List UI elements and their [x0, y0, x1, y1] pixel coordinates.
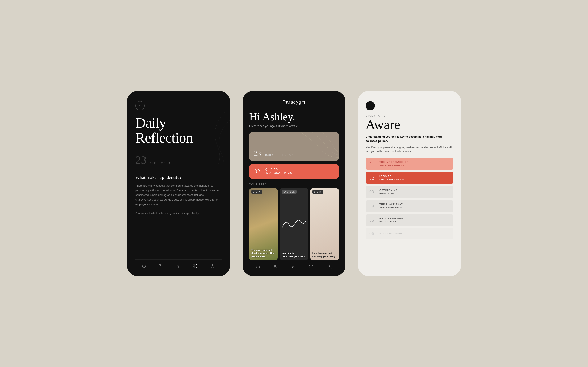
- topic-num-1: 01: [369, 161, 376, 167]
- topic-num-4: 04: [369, 203, 376, 209]
- topic-item-6[interactable]: 06 START PLANNING: [366, 228, 453, 239]
- nav-icon-profile[interactable]: 人: [327, 264, 332, 270]
- greeting-text: Hi Ashley.: [249, 111, 339, 123]
- title-line2: Reflection: [136, 130, 193, 146]
- feed-cards-container: STORY The day I realized I don't care wh…: [249, 188, 339, 260]
- bottom-nav: ω ↻ ∩ Ж 人: [249, 260, 339, 270]
- nav-icon-learn[interactable]: ∩: [292, 264, 295, 270]
- topic-desc-1: Understanding yourself is key to becomin…: [366, 135, 453, 143]
- feed-card-1-tag: STORY: [251, 190, 262, 194]
- title-line1: Daily: [136, 115, 166, 131]
- date-number: 23: [136, 154, 146, 166]
- feed-section-label: YOUR FEED: [249, 183, 339, 186]
- back-arrow-icon: ←: [368, 104, 372, 108]
- topic-desc-2: Identifying your personal strengths, wea…: [366, 145, 453, 153]
- card-iq-label: IQ VS EQEMOTIONAL IMPACT: [264, 168, 294, 175]
- card-daily-number: 23: [253, 149, 261, 158]
- date-month: SEPTEMBER: [150, 161, 170, 164]
- topic-item-1[interactable]: 01 THE IMPORTANCE OFSELF-AWARENESS: [366, 158, 453, 170]
- sub-greeting-text: Great to see you again, it's been a whil…: [249, 125, 339, 128]
- study-topic-label: STUDY TOPIC: [366, 115, 453, 117]
- topic-label-1: THE IMPORTANCE OFSELF-AWARENESS: [379, 161, 408, 167]
- topic-num-3: 03: [369, 189, 376, 195]
- nav-icon-explore[interactable]: ↻: [274, 264, 278, 270]
- feed-card-3[interactable]: STORY How love and lust can warp your re…: [310, 188, 339, 260]
- topic-label-2: IQ VS EQEMOTIONAL IMPACT: [379, 175, 407, 181]
- nav-icon-profile[interactable]: 人: [210, 263, 215, 269]
- card-iq-eq[interactable]: 02 IQ VS EQEMOTIONAL IMPACT: [249, 164, 339, 179]
- reflection-question: What makes up identity?: [136, 175, 222, 180]
- feed-card-2-caption: Learning to rationalize your fears.: [282, 252, 306, 258]
- topic-num-5: 05: [369, 217, 376, 223]
- phone-study-topic: ← STUDY TOPIC Aware Understanding yourse…: [358, 91, 461, 276]
- nav-icon-learn[interactable]: ∩: [176, 263, 179, 269]
- feed-card-3-tag: STORY: [313, 190, 323, 194]
- nav-icon-home[interactable]: ω: [142, 263, 146, 269]
- topic-item-4[interactable]: 04 THE PLACE THATYOU CAME FROM: [366, 200, 453, 212]
- feed-card-3-image: [310, 188, 339, 260]
- topic-label-4: THE PLACE THATYOU CAME FROM: [379, 203, 403, 209]
- back-arrow-icon: ←: [138, 104, 142, 108]
- feed-card-3-caption: How love and lust can warp your reality.: [313, 252, 337, 258]
- feed-card-2-image: [280, 188, 308, 260]
- reflection-body-2: Ask yourself what makes up your identity…: [136, 211, 222, 216]
- wave-chart: [282, 217, 306, 232]
- feed-card-2-tag: EXERCISE: [282, 190, 297, 194]
- app-logo: Paradygm: [249, 100, 339, 105]
- topic-label-6: START PLANNING: [379, 232, 403, 235]
- back-button[interactable]: ←: [136, 101, 145, 110]
- card-iq-number: 02: [254, 168, 260, 175]
- bottom-nav: ω ↻ ∩ Ж 人: [136, 259, 222, 269]
- topic-num-6: 06: [369, 231, 376, 236]
- topic-list: 01 THE IMPORTANCE OFSELF-AWARENESS 02 IQ…: [366, 158, 453, 269]
- topic-label-3: OPTIMISM VSPESSIMISM: [379, 189, 397, 195]
- page-title: Daily Reflection: [136, 115, 222, 145]
- topic-item-2[interactable]: 02 IQ VS EQEMOTIONAL IMPACT: [366, 172, 453, 184]
- nav-icon-reflect[interactable]: Ж: [309, 264, 313, 270]
- topic-item-3[interactable]: 03 OPTIMISM VSPESSIMISM: [366, 186, 453, 198]
- card-daily-reflection[interactable]: 23 DAILY REFLECTION: [249, 132, 339, 161]
- phone-home-feed: Paradygm Hi Ashley. Great to see you aga…: [242, 91, 346, 276]
- topic-num-2: 02: [369, 175, 376, 181]
- feed-card-1[interactable]: STORY The day I realized I don't care wh…: [249, 188, 278, 260]
- date-row: 23 SEPTEMBER: [136, 154, 222, 166]
- feed-card-2[interactable]: EXERCISE Learning to rationalize your fe…: [280, 188, 308, 260]
- topic-label-5: RETHINKING HOWWE RETHINK: [379, 217, 404, 224]
- phone-daily-reflection: ← Daily Reflection 23 SEPTEMBER What mak…: [127, 91, 230, 276]
- card-decorative-lines: [280, 132, 339, 161]
- feed-card-1-caption: The day I realized I don't care what oth…: [251, 249, 275, 258]
- topic-item-5[interactable]: 05 RETHINKING HOWWE RETHINK: [366, 214, 453, 226]
- nav-icon-explore[interactable]: ↻: [159, 263, 163, 269]
- nav-icon-home[interactable]: ω: [256, 264, 260, 270]
- reflection-body-1: There are many aspects that contribute t…: [136, 184, 222, 207]
- back-button[interactable]: ←: [366, 101, 375, 110]
- nav-icon-reflect[interactable]: Ж: [193, 263, 197, 269]
- topic-title: Aware: [366, 118, 453, 131]
- card-daily-label: DAILY REFLECTION: [265, 154, 294, 156]
